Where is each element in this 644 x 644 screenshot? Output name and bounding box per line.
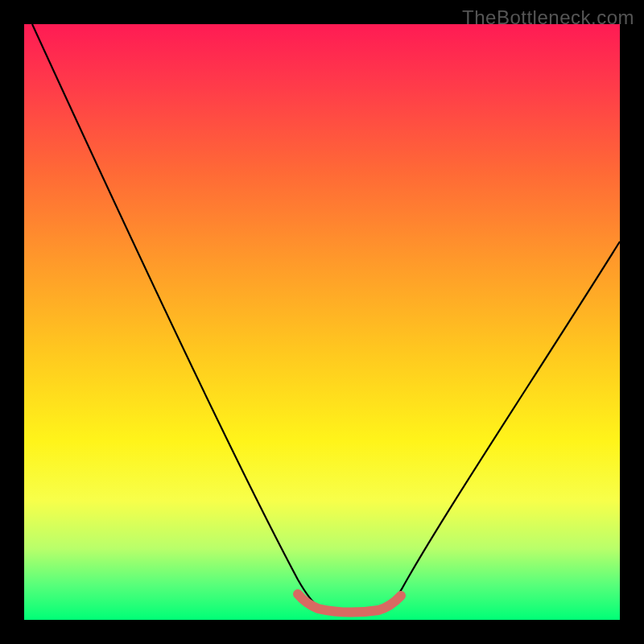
optimal-band-path <box>298 594 401 613</box>
curve-svg <box>24 24 620 620</box>
bottleneck-curve-path <box>32 24 620 615</box>
plot-area <box>24 24 620 620</box>
watermark-text: TheBottleneck.com <box>462 6 634 29</box>
